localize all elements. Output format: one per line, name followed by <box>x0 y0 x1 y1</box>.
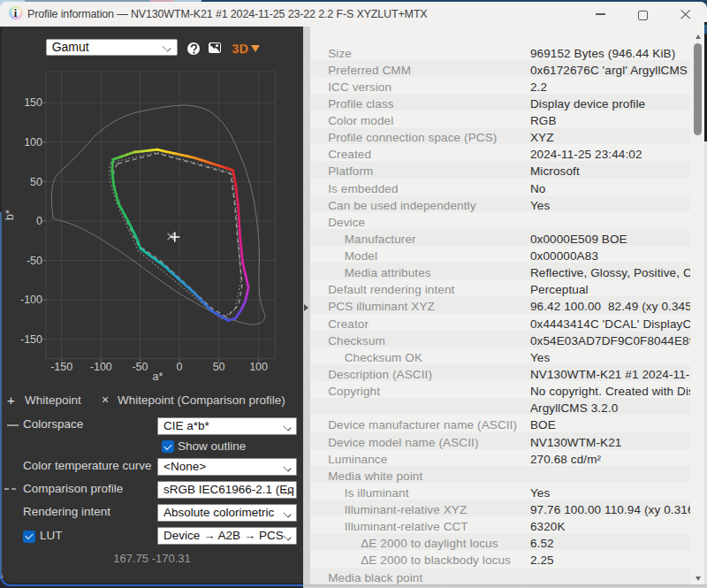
svg-text:50: 50 <box>213 361 225 373</box>
svg-text:150: 150 <box>24 96 42 109</box>
svg-text:100: 100 <box>24 136 42 149</box>
svg-text:-100: -100 <box>90 361 112 373</box>
svg-text:-150: -150 <box>20 333 42 346</box>
svg-text:0: 0 <box>177 361 183 373</box>
svg-text:50: 50 <box>30 176 42 188</box>
svg-text:100: 100 <box>249 361 268 373</box>
svg-text:-100: -100 <box>20 294 42 306</box>
svg-text:-150: -150 <box>50 361 72 373</box>
svg-text:-50: -50 <box>27 255 42 267</box>
svg-text:b*: b* <box>4 210 16 220</box>
svg-text:a*: a* <box>153 370 163 383</box>
svg-text:-50: -50 <box>132 361 148 373</box>
svg-text:0: 0 <box>36 215 42 227</box>
